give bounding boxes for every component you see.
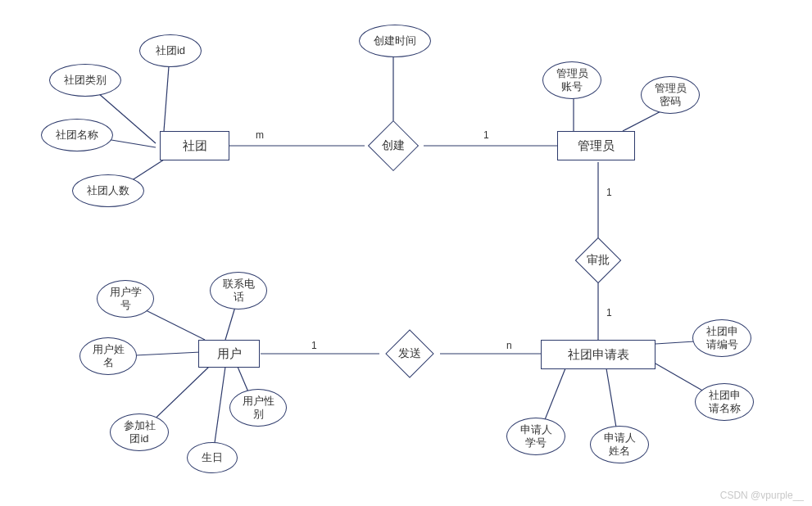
attr-create-time: 创建时间: [359, 25, 431, 57]
attr-user-name: 用户姓 名: [79, 337, 137, 375]
rel-create: 创建: [365, 121, 422, 170]
attr-club-id: 社团id: [139, 34, 202, 67]
card-create-left: m: [256, 129, 264, 141]
rel-create-label: 创建: [382, 138, 405, 153]
entity-admin-label: 管理员: [578, 138, 615, 154]
watermark: CSDN @vpurple__: [720, 490, 804, 501]
card-send-right: n: [506, 340, 512, 351]
attr-user-phone: 联系电 话: [210, 272, 267, 309]
attr-user-sid: 用户学 号: [97, 280, 154, 318]
rel-send: 发送: [379, 330, 440, 377]
attr-user-birthday: 生日: [187, 442, 238, 473]
card-approve-top: 1: [606, 187, 612, 198]
card-approve-bottom: 1: [606, 307, 612, 319]
attr-club-members: 社团人数: [72, 174, 144, 207]
attr-admin-account: 管理员 账号: [542, 61, 601, 99]
attr-app-id: 社团申 请编号: [692, 319, 751, 357]
attr-applicant-name: 申请人 姓名: [590, 426, 649, 463]
entity-club: 社团: [160, 131, 229, 160]
card-create-right: 1: [483, 129, 489, 141]
rel-send-label: 发送: [398, 346, 421, 361]
attr-club-category: 社团类别: [49, 64, 121, 97]
attr-club-name: 社团名称: [41, 119, 113, 151]
rel-approve: 审批: [571, 237, 625, 283]
entity-user-label: 用户: [217, 346, 242, 362]
entity-application: 社团申请表: [541, 340, 655, 369]
attr-user-joined-club: 参加社 团id: [110, 413, 169, 451]
entity-user: 用户: [198, 340, 260, 368]
attr-user-gender: 用户性 别: [229, 389, 287, 427]
svg-line-16: [213, 367, 225, 454]
entity-application-label: 社团申请表: [568, 347, 629, 363]
rel-approve-label: 审批: [587, 253, 610, 268]
attr-app-name: 社团申 请名称: [695, 383, 754, 421]
attr-admin-password: 管理员 密码: [641, 76, 700, 114]
entity-club-label: 社团: [183, 138, 207, 154]
card-send-left: 1: [311, 340, 317, 351]
entity-admin: 管理员: [557, 131, 635, 160]
attr-applicant-sid: 申请人 学号: [506, 418, 565, 455]
